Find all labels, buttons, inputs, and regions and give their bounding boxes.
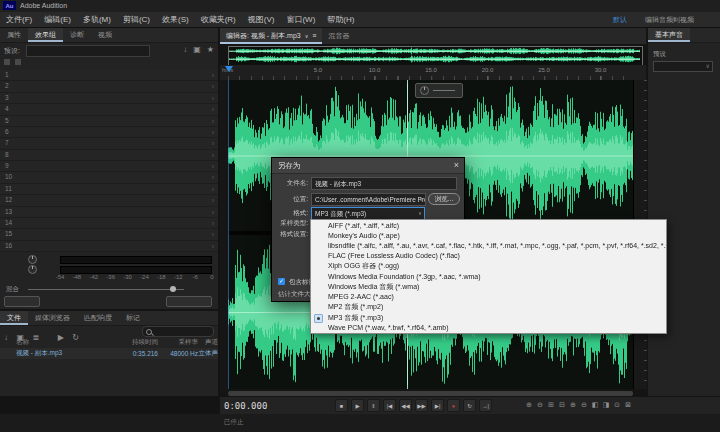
menubar-item-8[interactable]: 帮助(H) [321,12,360,27]
zoom-in-button[interactable]: ⊕ [524,399,534,410]
clip-effects-icon[interactable] [4,59,10,65]
panel-menu-icon[interactable]: ≡ [312,28,316,44]
skip-to-start-button[interactable]: |◀ [383,399,396,412]
effect-slot-4[interactable]: 4› [0,104,218,115]
menubar-item-6[interactable]: 视图(V) [242,12,281,27]
format-option-5[interactable]: Windows Media Foundation (*.3gp, *.aac, … [311,271,666,281]
filename-input[interactable]: 视频 - 副本.mp3 [311,177,457,190]
zoom-out-button[interactable]: ⊖ [535,399,545,410]
files-tab-0[interactable]: 文件 [0,311,28,325]
effect-slot-9[interactable]: 9› [0,161,218,172]
format-option-1[interactable]: Monkey's Audio (*.ape) [311,230,666,240]
volume-hud[interactable] [415,83,463,98]
effect-slot-13[interactable]: 13› [0,207,218,218]
slot-arrow-icon[interactable]: › [212,116,214,127]
close-icon[interactable]: × [454,160,459,170]
hud-volume-knob[interactable] [420,86,429,95]
rewind-button[interactable]: ◀◀ [399,399,412,412]
table-row[interactable]: 视频 - 副本.mp30:35.21648000 Hz立体声 [0,348,218,359]
zoom-selection-left-button[interactable]: ◨ [601,399,611,410]
record-button[interactable]: ● [447,399,460,412]
workspace-default-button[interactable]: 默认 [613,15,627,25]
location-dropdown[interactable]: C:\User..comment\Adobe\Premiere Pro\13.0… [311,193,426,206]
metadata-checkbox[interactable]: ✓ [278,278,285,285]
slot-arrow-icon[interactable]: › [212,241,214,252]
horizontal-scrollbar[interactable] [228,391,633,396]
format-option-6[interactable]: Windows Media 音频 (*.wma) [311,282,666,292]
loop-playback-button[interactable]: ↻ [463,399,476,412]
effect-slot-3[interactable]: 3› [0,93,218,104]
files-tab-2[interactable]: 匹配响度 [77,311,119,325]
zoom-in-amplitude-button[interactable]: ⊕ [568,399,578,410]
zoom-full-button[interactable]: ⊠ [623,399,633,410]
slot-arrow-icon[interactable]: › [212,218,214,229]
chevron-down-icon[interactable]: ∨ [305,28,309,44]
input-gain-knob[interactable] [28,255,37,264]
playhead-marker[interactable] [225,66,233,76]
effect-slot-16[interactable]: 16› [0,241,218,252]
format-option-3[interactable]: FLAC (Free Lossless Audio Codec) (*.flac… [311,251,666,261]
track-effects-icon[interactable] [15,59,21,65]
dialog-titlebar[interactable]: 另存为 × [272,158,464,174]
slot-arrow-icon[interactable]: › [212,172,214,183]
menubar-item-5[interactable]: 收藏夹(R) [195,12,242,27]
preset-dropdown[interactable] [26,45,150,57]
waveform-overview[interactable] [228,46,643,66]
skip-to-end-button[interactable]: ▶| [431,399,444,412]
slot-arrow-icon[interactable]: › [212,161,214,172]
menubar-item-1[interactable]: 编辑(E) [38,12,77,27]
effect-slot-8[interactable]: 8› [0,150,218,161]
files-tab-3[interactable]: 标记 [119,311,147,325]
menubar-item-4[interactable]: 效果(S) [156,12,195,27]
effect-slot-12[interactable]: 12› [0,195,218,206]
zoom-out-amplitude-button[interactable]: ⊖ [579,399,589,410]
rack-tab-0[interactable]: 属性 [0,28,28,42]
menubar-item-7[interactable]: 窗口(W) [280,12,321,27]
essential-sound-preset-dropdown[interactable]: ∨ [653,61,713,72]
browse-button[interactable]: 浏览... [428,193,460,205]
mix-slider-track[interactable] [28,289,184,290]
format-option-4[interactable]: Xiph OGG 容器 (*.ogg) [311,261,666,271]
new-preset-icon[interactable]: ▣ [193,45,201,55]
menubar-item-0[interactable]: 文件(F) [0,12,38,27]
save-preset-icon[interactable]: ↓ [183,45,187,55]
pause-button[interactable]: ‖ [367,399,380,412]
slot-arrow-icon[interactable]: › [212,70,214,81]
slot-arrow-icon[interactable]: › [212,195,214,206]
rack-tab-3[interactable]: 视频 [91,28,119,42]
format-option-9[interactable]: MP3 音频 (*.mp3) [311,312,666,322]
zoom-in-time-button[interactable]: ⊞ [546,399,556,410]
format-option-2[interactable]: libsndfile (*.aifc, *.aiff, *.au, *.avr,… [311,241,666,251]
tab-mixer[interactable]: 混音器 [322,28,355,44]
tab-editor[interactable]: 编辑器: 视频 - 副本.mp3 ∨ ≡ [220,28,322,44]
slot-arrow-icon[interactable]: › [212,81,214,92]
effect-slot-2[interactable]: 2› [0,81,218,92]
format-option-0[interactable]: AIFF (*.aif, *.aiff, *.aifc) [311,220,666,230]
tab-essential-sound[interactable]: 基本声音 [648,28,690,42]
play-button[interactable]: ▶ [351,399,364,412]
effect-slot-6[interactable]: 6› [0,127,218,138]
slot-arrow-icon[interactable]: › [212,229,214,240]
effect-slot-15[interactable]: 15› [0,229,218,240]
mix-slider-handle[interactable] [170,286,176,292]
effect-slot-14[interactable]: 14› [0,218,218,229]
timeline-ruler[interactable]: hms 5.010.015.020.025.030.0 [220,65,646,81]
format-option-10[interactable]: Wave PCM (*.wav, *.bwf, *.rf64, *.amb) [311,323,666,333]
rack-power-button[interactable] [4,296,40,307]
zoom-selection-right-button[interactable]: ⊙ [612,399,622,410]
search-input[interactable] [142,326,214,337]
slot-arrow-icon[interactable]: › [212,138,214,149]
slot-arrow-icon[interactable]: › [212,207,214,218]
rack-apply-button[interactable] [166,296,212,307]
files-tab-1[interactable]: 媒体浏览器 [28,311,77,325]
slot-arrow-icon[interactable]: › [212,127,214,138]
slot-arrow-icon[interactable]: › [212,150,214,161]
fast-forward-button[interactable]: ▶▶ [415,399,428,412]
slot-arrow-icon[interactable]: › [212,104,214,115]
favorite-icon[interactable]: ★ [207,45,214,55]
effect-slot-10[interactable]: 10› [0,172,218,183]
effect-slot-11[interactable]: 11› [0,184,218,195]
slot-arrow-icon[interactable]: › [212,93,214,104]
effect-slot-5[interactable]: 5› [0,116,218,127]
output-gain-knob[interactable] [28,265,37,274]
